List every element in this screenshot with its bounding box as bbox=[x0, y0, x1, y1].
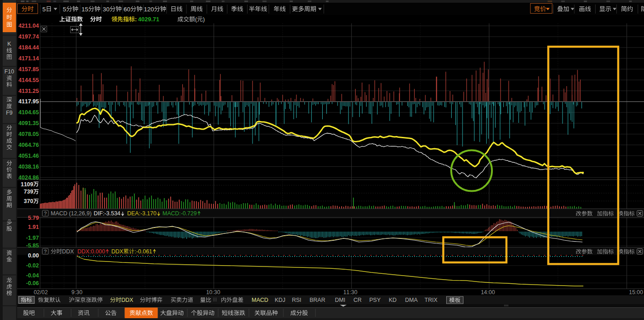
svg-text:?: ? bbox=[44, 211, 47, 216]
svg-text:370: 370 bbox=[24, 198, 33, 204]
svg-text:4064.76: 4064.76 bbox=[19, 142, 39, 148]
svg-text:DDX: DDX bbox=[62, 248, 74, 255]
svg-text:RSI: RSI bbox=[292, 297, 301, 303]
svg-text:DIF:-3.534: DIF:-3.534 bbox=[94, 210, 120, 217]
svg-text:4104.65: 4104.65 bbox=[19, 109, 39, 116]
svg-text:DMA: DMA bbox=[405, 297, 418, 303]
svg-text:5: 5 bbox=[63, 6, 67, 13]
svg-text:CR: CR bbox=[353, 297, 362, 303]
svg-text:MACD:-0.729: MACD:-0.729 bbox=[162, 210, 197, 217]
svg-text:MACD: MACD bbox=[252, 297, 268, 303]
svg-text:PSY: PSY bbox=[369, 297, 381, 303]
svg-text:1109: 1109 bbox=[21, 181, 33, 188]
svg-text:MACD (12,26,9): MACD (12,26,9) bbox=[51, 210, 91, 217]
svg-text:4117.95: 4117.95 bbox=[19, 98, 39, 105]
svg-text:4038.16: 4038.16 bbox=[19, 164, 39, 170]
svg-text:(: ( bbox=[195, 16, 197, 23]
svg-text:DEA:-3.170: DEA:-3.170 bbox=[127, 210, 157, 217]
svg-text:F10: F10 bbox=[5, 68, 14, 75]
svg-text:KD: KD bbox=[389, 297, 396, 303]
svg-text:-5.85: -5.85 bbox=[26, 242, 39, 249]
svg-text:KDJ: KDJ bbox=[275, 297, 286, 303]
svg-text:-0.02: -0.02 bbox=[26, 262, 39, 269]
svg-text:4144.55: 4144.55 bbox=[19, 77, 39, 83]
svg-text:4051.46: 4051.46 bbox=[19, 153, 39, 159]
svg-text:): ) bbox=[203, 16, 205, 23]
svg-text:4078.05: 4078.05 bbox=[19, 131, 39, 137]
svg-text:4091.35: 4091.35 bbox=[19, 120, 39, 126]
svg-text:TRIX: TRIX bbox=[425, 297, 438, 303]
svg-text:4184.44: 4184.44 bbox=[19, 44, 39, 51]
svg-text:5.79: 5.79 bbox=[28, 215, 39, 221]
svg-text::: : bbox=[135, 16, 137, 23]
svg-text:DMI: DMI bbox=[335, 297, 345, 303]
svg-text:4211.04: 4211.04 bbox=[19, 23, 39, 29]
svg-text:4171.14: 4171.14 bbox=[19, 55, 39, 62]
svg-text:BRAR: BRAR bbox=[310, 297, 325, 303]
svg-text:9:30: 9:30 bbox=[72, 289, 82, 296]
svg-text:-0.06: -0.06 bbox=[26, 280, 39, 286]
svg-text::-0.061: :-0.061 bbox=[134, 248, 152, 255]
svg-text:DDX: DDX bbox=[111, 248, 124, 255]
svg-text:11:30: 11:30 bbox=[343, 289, 357, 296]
svg-text:1.91: 1.91 bbox=[28, 224, 39, 230]
svg-text:14:00: 14:00 bbox=[481, 289, 495, 296]
svg-text:15:00: 15:00 bbox=[629, 289, 643, 296]
svg-text:4131.25: 4131.25 bbox=[19, 88, 39, 94]
svg-text:-1.97: -1.97 bbox=[26, 235, 39, 241]
svg-text:-0.04: -0.04 bbox=[26, 272, 39, 279]
svg-text:4024.86: 4024.86 bbox=[19, 175, 39, 181]
svg-text:30: 30 bbox=[103, 6, 110, 13]
svg-text:F9: F9 bbox=[6, 110, 13, 116]
svg-text:K: K bbox=[7, 41, 11, 47]
svg-text:4197.74: 4197.74 bbox=[19, 34, 39, 40]
svg-text:?: ? bbox=[44, 249, 47, 254]
svg-text:60: 60 bbox=[124, 6, 130, 13]
svg-text:15: 15 bbox=[81, 6, 88, 13]
svg-text:739: 739 bbox=[24, 189, 33, 195]
svg-text:DDX:0.000: DDX:0.000 bbox=[77, 248, 105, 255]
svg-text:4029.71: 4029.71 bbox=[138, 16, 159, 23]
svg-text:02/02: 02/02 bbox=[33, 289, 48, 296]
svg-text:10:30: 10:30 bbox=[206, 289, 220, 296]
svg-text:4157.85: 4157.85 bbox=[19, 66, 39, 73]
svg-text:DDX: DDX bbox=[121, 297, 134, 303]
svg-text:0.00: 0.00 bbox=[28, 252, 39, 259]
svg-text:120: 120 bbox=[144, 6, 154, 13]
svg-text:5: 5 bbox=[43, 6, 46, 13]
